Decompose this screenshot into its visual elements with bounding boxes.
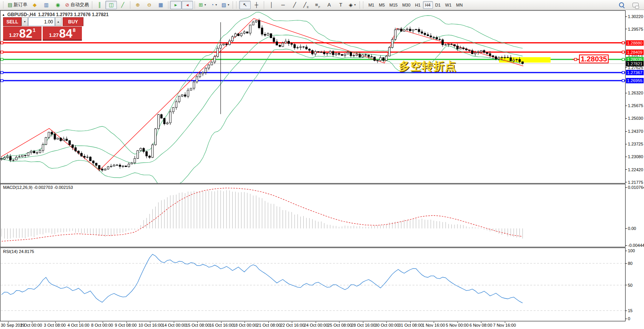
styler-button[interactable]: ◆ [29,1,40,9]
price-tick-label: 1.29575 [628,27,643,31]
price-tick-mark [626,157,627,157]
timeframe-m30-button[interactable]: M30 [400,1,413,9]
price-tick-mark [626,144,627,144]
signals-icon: ◉ [56,2,60,7]
time-tick-label: 22 Oct 16:00 [280,323,305,327]
price-badge: 1.28880 [626,40,644,46]
time-tick-label: 2 Oct 00:00 [20,323,42,327]
rsi-tick-mark [626,263,627,264]
timeframe-w1-button[interactable]: W1 [443,1,454,9]
price-tick-label: 1.23725 [628,142,643,146]
trendline-button[interactable]: ╱ [289,1,300,9]
price-tick-mark [626,29,627,29]
candlestick-chart-button[interactable]: ◫ [105,1,117,9]
chart-annotation-text[interactable]: 多空转折点 [399,59,456,74]
toolbar-separator [233,1,233,9]
search-button[interactable] [617,1,631,9]
timeframe-m1-button[interactable]: M1 [366,1,376,9]
periods-caret-icon: ▾ [215,3,217,7]
auto-scroll-button[interactable]: ▸ [170,1,181,9]
horizontal-line-button[interactable]: ─ [277,1,289,9]
macd-tick-mark [626,228,627,229]
text-label-button[interactable]: T [335,1,346,9]
buy-button[interactable]: BUY [63,17,83,26]
price-badge: 1.28409 [626,50,644,55]
time-tick-label: 5 Nov 00:00 [446,323,469,327]
price-tick-mark [626,182,627,182]
time-tick-label: 15 Oct 08:00 [186,323,210,327]
buy-price-big: 84 [59,28,72,39]
text-icon: A [328,2,331,7]
buy-price-sup: 8 [73,27,75,33]
text-button[interactable]: A [323,1,335,9]
fibonacci-button[interactable]: ≡F [312,1,323,9]
buy-price-button[interactable]: 1.27 84 8 [43,26,82,41]
open-chart-button[interactable]: ▥ [40,1,52,9]
rsi-pane-separator[interactable] [0,247,626,248]
time-tick-label: 21 Oct 08:00 [257,323,281,327]
autotrading-icon: ⊘ [65,2,69,7]
equidistant-channel-sub-label: E [307,5,309,9]
arrows-button[interactable]: ◈▾ [346,1,358,9]
price-badge: 1.27367 [626,70,644,75]
vertical-line-icon: │ [270,2,273,7]
arrows-icon: ◈ [349,2,353,7]
timeframe-h4-button[interactable]: H4 [423,1,433,9]
open-chart-icon: ▥ [44,2,48,7]
time-tick-label: 6 Nov 08:00 [469,323,492,327]
volume-input[interactable]: 1.00 [28,17,55,26]
rsi-tick-label: 50 [628,283,632,288]
timeframe-m5-button[interactable]: M5 [376,1,387,9]
macd-tick-label: 0.010764 [628,185,644,190]
zoom-out-button[interactable]: ⊖ [143,1,155,9]
tile-windows-button[interactable]: ▦ [155,1,166,9]
new-order-button[interactable]: ▤新订单 [6,1,29,9]
indicators-caret-icon: ▾ [205,3,206,7]
equidistant-channel-button[interactable]: ╱E [300,1,312,9]
sell-button[interactable]: SELL [3,17,22,26]
one-click-toggle[interactable]: ▲ [2,13,5,17]
price-tick-label: 1.26320 [628,91,643,95]
auto-scroll-icon: ▸ [175,2,177,7]
volume-increase-button[interactable]: ▲ [55,17,62,26]
line-chart-button[interactable]: ╱ [117,1,128,9]
autotrading-button[interactable]: ⊘自动交易 [63,1,90,9]
timeframe-h1-button[interactable]: H1 [413,1,423,9]
equidistant-channel-icon: ╱ [303,2,306,7]
rsi-tick-mark [626,319,627,319]
time-tick-label: 10 Oct 16:00 [138,323,163,327]
timeframe-m15-button[interactable]: M15 [387,1,400,9]
cursor-button[interactable]: ↖ [239,1,251,9]
sell-price-button[interactable]: 1.27 82 1 [3,26,42,41]
time-tick-label: 8 Oct 00:00 [91,323,113,327]
timeframe-mn-button[interactable]: MN [454,1,465,9]
chart-shift-button[interactable]: ◂ [181,1,193,9]
signals-button[interactable]: ◉ [52,1,63,9]
macd-pane-separator[interactable] [0,183,626,184]
crosshair-icon: ┼ [255,2,258,7]
sell-price-sup: 1 [33,27,35,33]
horizontal-line-icon: ─ [281,2,285,7]
zoom-in-button[interactable]: ⊕ [132,1,143,9]
sell-price-prefix: 1.27 [9,32,18,38]
crosshair-button[interactable]: ┼ [251,1,262,9]
price-tick-label: 1.25675 [628,103,643,108]
time-tick-label: 31 Oct 08:00 [399,323,423,327]
indicators-button[interactable]: ⊞▾ [196,1,208,9]
volume-decrease-button[interactable]: ▼ [22,17,28,26]
chat-button[interactable] [631,1,642,9]
price-tick-mark [626,169,627,170]
fibonacci-icon: ≡ [315,2,318,7]
line-chart-icon: ╱ [121,2,124,7]
time-tick-label: 1 Nov 16:00 [422,323,445,327]
vertical-line-button[interactable]: │ [266,1,277,9]
candlestick-chart-icon: ◫ [109,2,113,7]
bar-chart-button[interactable]: ║ [94,1,105,9]
periods-icon: ◔ [211,2,214,7]
price-tick-label: 1.22420 [628,167,643,172]
price-callout-box[interactable]: 1.28035 [579,55,609,63]
templates-button[interactable]: ▨▾ [220,1,231,9]
timeframe-d1-button[interactable]: D1 [433,1,443,9]
periods-button[interactable]: ◔▾ [208,1,220,9]
time-tick-label: 4 Oct 16:00 [68,323,90,327]
